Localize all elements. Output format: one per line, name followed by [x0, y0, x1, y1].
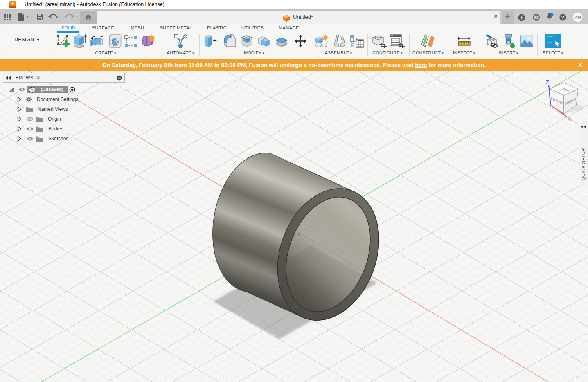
svg-text:Z: Z	[545, 79, 549, 85]
svg-text:X: X	[568, 115, 572, 122]
